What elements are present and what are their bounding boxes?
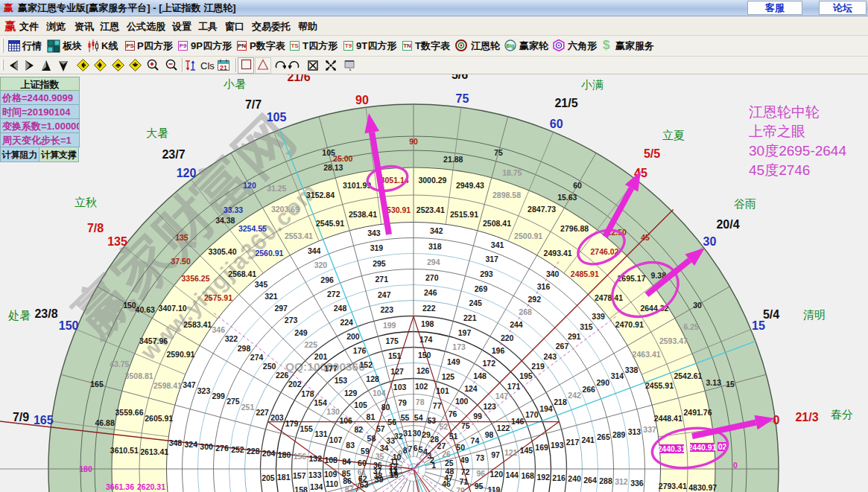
- svg-text:275: 275: [226, 397, 240, 406]
- svg-text:2485.91: 2485.91: [571, 269, 599, 278]
- svg-text:2493.41: 2493.41: [544, 249, 572, 258]
- svg-text:170: 170: [525, 410, 539, 419]
- svg-text:57: 57: [376, 424, 385, 433]
- svg-text:299: 299: [212, 392, 225, 400]
- svg-text:2440.31: 2440.31: [658, 444, 686, 453]
- svg-text:21/5: 21/5: [554, 97, 577, 109]
- svg-text:120: 120: [177, 167, 197, 179]
- svg-text:23/8: 23/8: [34, 307, 57, 320]
- svg-text:4830.97: 4830.97: [688, 483, 717, 492]
- svg-text:106: 106: [339, 416, 352, 425]
- svg-text:107: 107: [329, 435, 343, 444]
- svg-text:320: 320: [314, 261, 328, 269]
- svg-text:50: 50: [456, 443, 465, 452]
- svg-text:169: 169: [535, 443, 548, 452]
- svg-text:130: 130: [326, 407, 340, 416]
- svg-text:3305.40: 3305.40: [209, 247, 237, 256]
- svg-text:3610.51: 3610.51: [110, 446, 139, 455]
- svg-text:223: 223: [381, 305, 394, 314]
- svg-text:上帝之眼: 上帝之眼: [749, 124, 805, 139]
- svg-text:288: 288: [599, 476, 612, 485]
- svg-text:30度2695-2644: 30度2695-2644: [749, 143, 846, 159]
- svg-text:45度2746: 45度2746: [749, 162, 810, 178]
- svg-text:193: 193: [551, 441, 564, 450]
- svg-text:79: 79: [398, 398, 407, 407]
- svg-text:34: 34: [380, 444, 389, 453]
- svg-text:谷雨: 谷雨: [734, 197, 756, 210]
- svg-text:248: 248: [334, 304, 347, 313]
- svg-text:158: 158: [294, 485, 308, 492]
- svg-text:148: 148: [473, 371, 487, 380]
- svg-text:338: 338: [625, 365, 639, 374]
- svg-text:2542.61: 2542.61: [674, 371, 702, 380]
- svg-text:2949.43: 2949.43: [456, 181, 484, 190]
- svg-text:178: 178: [301, 389, 314, 398]
- svg-text:6: 6: [414, 444, 418, 453]
- svg-text:3203.69: 3203.69: [271, 205, 300, 214]
- svg-text:243: 243: [544, 352, 557, 361]
- svg-text:196: 196: [492, 346, 505, 355]
- svg-text:105: 105: [267, 111, 287, 124]
- svg-text:26: 26: [442, 450, 451, 459]
- svg-text:15: 15: [390, 470, 399, 479]
- svg-text:110: 110: [326, 479, 338, 488]
- svg-text:202: 202: [288, 380, 302, 389]
- svg-text:101: 101: [436, 386, 449, 395]
- svg-text:81: 81: [367, 412, 376, 421]
- svg-text:245: 245: [469, 298, 482, 307]
- svg-text:3457.96: 3457.96: [139, 336, 168, 345]
- svg-text:244: 244: [510, 320, 523, 329]
- svg-text:323: 323: [197, 386, 211, 395]
- svg-text:289: 289: [612, 430, 626, 439]
- svg-text:2847.73: 2847.73: [528, 205, 556, 214]
- svg-text:295: 295: [373, 259, 386, 268]
- svg-text:227: 227: [256, 408, 269, 417]
- svg-text:265: 265: [597, 432, 610, 441]
- svg-text:297: 297: [274, 304, 288, 313]
- svg-text:53: 53: [427, 416, 436, 425]
- svg-text:337: 337: [643, 425, 656, 434]
- svg-text:135: 135: [107, 235, 127, 248]
- svg-text:72: 72: [461, 467, 470, 476]
- svg-text:20/4: 20/4: [716, 218, 739, 231]
- svg-text:226: 226: [276, 371, 289, 380]
- svg-text:300: 300: [200, 442, 213, 451]
- svg-text:179: 179: [285, 419, 299, 428]
- svg-text:31.25: 31.25: [267, 184, 286, 193]
- svg-text:104: 104: [373, 389, 386, 397]
- svg-text:95: 95: [475, 482, 484, 491]
- svg-text:269: 269: [475, 284, 488, 293]
- svg-text:82: 82: [354, 425, 363, 434]
- svg-text:2590.91: 2590.91: [166, 350, 194, 359]
- svg-text:7: 7: [408, 444, 413, 453]
- svg-text:314: 314: [611, 371, 624, 380]
- svg-text:172: 172: [483, 359, 496, 368]
- svg-text:154: 154: [314, 398, 327, 407]
- svg-text:343: 343: [367, 229, 381, 237]
- svg-text:2545.91: 2545.91: [316, 219, 344, 228]
- svg-text:294: 294: [427, 258, 440, 266]
- svg-text:3407.10: 3407.10: [159, 304, 187, 313]
- svg-text:346: 346: [212, 325, 226, 334]
- svg-text:21: 21: [220, 64, 227, 71]
- svg-text:228: 228: [247, 447, 260, 456]
- svg-text:2508.41: 2508.41: [483, 219, 511, 228]
- svg-text:121: 121: [504, 448, 518, 457]
- svg-text:345: 345: [255, 280, 268, 289]
- svg-text:60: 60: [573, 181, 582, 190]
- svg-text:174: 174: [419, 335, 433, 344]
- svg-text:247: 247: [378, 290, 391, 299]
- svg-text:103: 103: [393, 383, 407, 392]
- svg-text:146: 146: [511, 417, 525, 426]
- svg-text:220: 220: [501, 333, 514, 342]
- svg-text:28: 28: [430, 435, 439, 444]
- svg-text:241: 241: [581, 435, 595, 444]
- svg-text:51: 51: [449, 432, 458, 441]
- svg-text:205: 205: [262, 473, 275, 482]
- svg-text:21/6: 21/6: [287, 74, 310, 83]
- svg-text:252: 252: [231, 445, 244, 454]
- svg-text:221: 221: [463, 313, 477, 322]
- svg-text:274: 274: [250, 353, 264, 362]
- svg-text:145: 145: [520, 446, 533, 455]
- svg-text:194: 194: [539, 404, 553, 413]
